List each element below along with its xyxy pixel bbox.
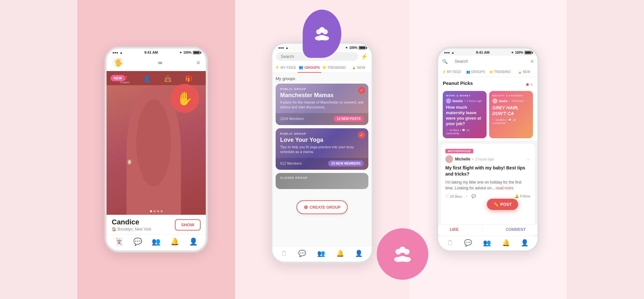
create-group-button[interactable]: ⊕ CREATE GROUP bbox=[297, 200, 348, 214]
filter-nav-icon[interactable]: ≡ bbox=[196, 59, 200, 66]
signal-icon: ●●● bbox=[112, 51, 118, 54]
logo-icon: ∞ bbox=[158, 59, 162, 66]
status-bar-1: ●●● ▲ 9:41 AM ✦ 100% bbox=[107, 49, 206, 56]
like-button[interactable]: LIKE bbox=[450, 227, 459, 232]
group-card-manchester[interactable]: ✓ PUBLIC GROUP Manchester Mamas A place … bbox=[276, 84, 368, 125]
post-category-badge: MOTHERHOOD bbox=[445, 149, 473, 153]
group-type-3: CLOSED GROUP bbox=[280, 176, 364, 179]
post-body: I'm taking my little one on holiday for … bbox=[445, 179, 530, 191]
post-avatar bbox=[445, 155, 453, 163]
check-icon-1: ✓ bbox=[358, 87, 365, 94]
post-button[interactable]: ✏️ POST bbox=[487, 199, 518, 210]
show-button[interactable]: SHOW bbox=[175, 219, 201, 231]
tabs-row-3: ⚡ MY FEED 👥 GROUPS ⭐ TRENDING 🍃 NEW bbox=[438, 68, 537, 77]
bottom-nav-2: 🗒 💬 👥 🔔 👤 bbox=[272, 246, 372, 262]
profile-info: Candice 🏠 Brooklyn, New York SHOW bbox=[107, 215, 206, 234]
peanut-picks-section: Peanut Picks WORK & MONEY Natalie bbox=[438, 77, 537, 141]
wifi-2: ▲ bbox=[285, 46, 289, 50]
group-card-closed[interactable]: CLOSED GROUP bbox=[276, 173, 368, 189]
group-members-1: 1254 Members bbox=[280, 117, 304, 121]
nav2-groups-icon[interactable]: 👥 bbox=[317, 249, 325, 257]
wifi-3: ▲ bbox=[451, 51, 454, 54]
signal-2: ●●● bbox=[278, 46, 284, 50]
new-icon: 🍃 bbox=[352, 65, 356, 69]
tab-trending[interactable]: ⭐ TRENDING bbox=[321, 63, 346, 73]
tabs-row-2: ⚡ MY FEED 👥 GROUPS ⭐ TRENDING 🍃 NEW bbox=[272, 63, 372, 73]
like-action[interactable]: ♡ 24 likes bbox=[445, 194, 462, 198]
pick-time-label-2: Yesterday bbox=[511, 99, 524, 103]
plus-icon: ⊕ bbox=[304, 204, 308, 210]
nav2-chat-icon[interactable]: 💬 bbox=[298, 249, 306, 257]
picks-cards-row: WORK & MONEY Natalie • 2 hours ago How m… bbox=[443, 91, 533, 138]
pick-time-1: • bbox=[464, 99, 465, 103]
group-title-2: Love Your Yoga bbox=[280, 137, 364, 143]
hero-area: NEW ✋ bbox=[107, 71, 206, 215]
battery-icon-3 bbox=[525, 51, 532, 54]
middle-column: ●●● ▲ 9:41 AM ✦ 100% ⚡ bbox=[235, 0, 409, 299]
nav3-chat-icon[interactable]: 💬 bbox=[464, 239, 472, 247]
group-desc-1: A place for the mamas of Manchester to c… bbox=[280, 100, 364, 110]
comment-button[interactable]: COMMENT bbox=[506, 227, 526, 232]
pick-dot-2: • bbox=[509, 99, 510, 103]
battery-icon-2 bbox=[359, 46, 366, 50]
group-footer-2: 512 Members 23 NEW MEMBERS bbox=[276, 158, 368, 170]
post-title: My first flight with my baby! Best tips … bbox=[445, 165, 530, 177]
tab3-new[interactable]: 🍃 NEW bbox=[512, 68, 536, 77]
nav2-bell-icon[interactable]: 🔔 bbox=[336, 249, 344, 257]
group-icon-pink bbox=[391, 243, 414, 265]
search-input-3[interactable] bbox=[450, 57, 528, 66]
nav3-bell-icon[interactable]: 🔔 bbox=[502, 239, 510, 247]
my-groups-label: My groups bbox=[276, 76, 368, 81]
nav3-profile-icon[interactable]: 👤 bbox=[521, 239, 529, 247]
right-column: ●●● ▲ 9:41 AM ✦ 100% 🔍 ≡ bbox=[409, 0, 567, 299]
follow-icon: 🔔 bbox=[515, 194, 519, 198]
svg-point-5 bbox=[318, 35, 326, 40]
tab-groups[interactable]: 👥 GROUPS bbox=[298, 63, 321, 73]
nav-people-icon[interactable]: 👥 bbox=[152, 238, 160, 246]
comment-action[interactable]: 💬 bbox=[471, 194, 476, 198]
time-3: 9:41 AM bbox=[476, 50, 489, 54]
battery-icon bbox=[193, 51, 200, 54]
picks-dot-inactive bbox=[530, 83, 533, 86]
pencil-icon: ✏️ bbox=[493, 202, 498, 207]
tab3-groups[interactable]: 👥 GROUPS bbox=[464, 68, 488, 77]
bottom-nav-3: 🗒 💬 👥 🔔 👤 bbox=[438, 236, 537, 250]
nav2-home-icon[interactable]: 🗒 bbox=[281, 250, 288, 257]
nav-profile-icon[interactable]: 👤 bbox=[189, 238, 198, 246]
picks-title: Peanut Picks bbox=[443, 80, 473, 86]
svg-point-8 bbox=[399, 247, 406, 253]
check-icon-2: ✓ bbox=[358, 131, 365, 139]
group-type-1: PUBLIC GROUP bbox=[280, 87, 364, 91]
group-card-yoga[interactable]: ✓ PUBLIC GROUP Love Your Yoga Tips to he… bbox=[276, 128, 368, 170]
tab3-trending[interactable]: ⭐ TRENDING bbox=[488, 68, 512, 77]
pick-time-label-1: 2 hours ago bbox=[467, 99, 482, 103]
nav3-home-icon[interactable]: 🗒 bbox=[447, 239, 453, 247]
phone1-nav: 🖐 ∞ ≡ bbox=[107, 56, 206, 71]
nav3-people-icon[interactable]: 👥 bbox=[483, 239, 491, 247]
follow-button[interactable]: 🔔 Follow bbox=[515, 194, 530, 198]
nav2-profile-icon[interactable]: 👤 bbox=[355, 249, 363, 257]
search-icon-3: 🔍 bbox=[442, 59, 448, 64]
nav-chat-icon[interactable]: 💬 bbox=[133, 238, 142, 246]
new-posts-badge-1: 12 NEW POSTS bbox=[334, 116, 364, 122]
tab-new[interactable]: 🍃 NEW bbox=[346, 63, 370, 73]
post-options-icon[interactable]: ··· bbox=[526, 157, 530, 162]
read-more-link[interactable]: read more bbox=[496, 186, 514, 190]
group-title-1: Manchester Mamas bbox=[280, 92, 364, 99]
wave-nav-icon[interactable]: 🖐 bbox=[112, 57, 124, 68]
group-type-2: PUBLIC GROUP bbox=[280, 132, 364, 135]
filter-icon-2[interactable]: ⚡ bbox=[361, 53, 368, 60]
groups-tab-icon: 👥 bbox=[299, 65, 303, 69]
tab-my-feed[interactable]: ⚡ MY FEED bbox=[274, 63, 298, 73]
pick-card-work[interactable]: WORK & MONEY Natalie • 2 hours ago How m… bbox=[443, 91, 487, 138]
battery-label: 100% bbox=[183, 51, 192, 54]
trending-icon: ⭐ bbox=[322, 65, 327, 69]
filter-icon-3[interactable]: ≡ bbox=[531, 59, 534, 64]
picks-dot-active bbox=[526, 83, 529, 86]
wave-circle[interactable]: ✋ bbox=[170, 84, 199, 113]
nav-bell-icon[interactable]: 🔔 bbox=[170, 238, 179, 246]
tab3-my-feed[interactable]: ⚡ MY FEED bbox=[440, 68, 464, 77]
pick-category-2: BEAUTY & FASHION bbox=[492, 94, 530, 97]
pick-card-beauty[interactable]: BEAUTY & FASHION Nadia • Yesterday GREY … bbox=[489, 91, 533, 138]
nav-cards-icon[interactable]: 🃏 bbox=[115, 238, 123, 246]
